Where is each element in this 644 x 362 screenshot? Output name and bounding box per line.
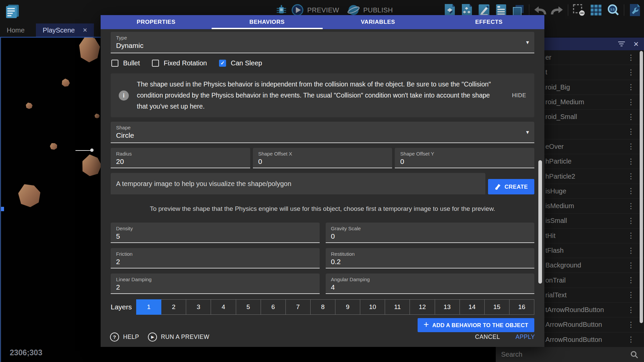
- layer-buttons: 1 2 3 4 5 6 7 8 9 10 11 12 13 14 15 16: [137, 299, 534, 315]
- type-label: Type: [116, 35, 529, 41]
- search-input[interactable]: [501, 351, 630, 358]
- layer-8-button[interactable]: 8: [310, 299, 335, 315]
- shape-params-row: Radius 20 Shape Offset X 0 Shape Offset …: [111, 148, 534, 168]
- gravity-scale-field[interactable]: Gravity Scale 0: [326, 223, 535, 243]
- close-tab-icon[interactable]: ×: [83, 26, 87, 34]
- more-vertical-icon[interactable]: ⋮: [627, 262, 635, 269]
- help-button[interactable]: ? HELP: [110, 333, 139, 342]
- tab-home[interactable]: Home: [0, 23, 31, 37]
- selection-handle[interactable]: [1, 207, 4, 211]
- layer-3-button[interactable]: 3: [186, 299, 211, 315]
- scene-properties-icon[interactable]: [629, 3, 641, 17]
- more-vertical-icon[interactable]: ⋮: [627, 247, 635, 254]
- dialog-scrollbar[interactable]: [538, 160, 542, 284]
- layers-label: Layers: [111, 303, 132, 311]
- more-vertical-icon[interactable]: ⋮: [627, 232, 635, 239]
- layer-2-button[interactable]: 2: [161, 299, 186, 315]
- can-sleep-checkbox[interactable]: ✓: [219, 60, 226, 67]
- more-vertical-icon[interactable]: ⋮: [627, 54, 635, 61]
- shape-label: Shape: [116, 125, 529, 130]
- linear-damping-field[interactable]: Linear Damping 2: [111, 274, 320, 294]
- temp-image-field[interactable]: A temporary image to help you visualize …: [111, 173, 485, 194]
- shape-offset-y-field[interactable]: Shape Offset Y 0: [395, 148, 534, 168]
- layers-row: Layers 1 2 3 4 5 6 7 8 9 10 11 12 13 14 …: [111, 299, 534, 315]
- bullet-checkbox[interactable]: [111, 60, 118, 67]
- dialog-tab-bar: PROPERTIES BEHAVIORS VARIABLES EFFECTS: [101, 15, 544, 29]
- density-row: Density 5 Gravity Scale 0: [111, 223, 534, 243]
- type-select[interactable]: Type Dynamic ▾: [111, 32, 534, 53]
- tab-effects[interactable]: EFFECTS: [433, 15, 544, 29]
- layer-9-button[interactable]: 9: [335, 299, 360, 315]
- more-vertical-icon[interactable]: ⋮: [627, 83, 635, 91]
- grid-icon[interactable]: [590, 3, 602, 17]
- dialog-content: Type Dynamic ▾ Bullet Fixed Rotation ✓ C…: [101, 29, 544, 332]
- more-vertical-icon[interactable]: ⋮: [627, 336, 635, 343]
- info-box: i The shape used in the Physics behavior…: [111, 73, 534, 117]
- friction-field[interactable]: Friction 2: [111, 248, 320, 268]
- layer-5-button[interactable]: 5: [236, 299, 261, 315]
- tab-variables[interactable]: VARIABLES: [323, 15, 434, 29]
- chevron-down-icon: ▾: [526, 129, 529, 136]
- more-vertical-icon[interactable]: ⋮: [627, 306, 635, 314]
- chevron-down-icon: ▾: [526, 39, 529, 46]
- more-vertical-icon[interactable]: ⋮: [627, 187, 635, 195]
- more-vertical-icon[interactable]: ⋮: [627, 277, 635, 284]
- can-sleep-label: Can Sleep: [231, 59, 262, 67]
- radius-field[interactable]: Radius 20: [111, 148, 250, 168]
- more-vertical-icon[interactable]: ⋮: [627, 173, 635, 180]
- layer-15-button[interactable]: 15: [484, 299, 509, 315]
- measure-dot: [90, 148, 94, 152]
- more-vertical-icon[interactable]: ⋮: [627, 143, 635, 150]
- panel-scrollbar[interactable]: [640, 51, 643, 323]
- run-preview-button[interactable]: ▶ RUN A PREVIEW: [148, 333, 210, 342]
- layer-13-button[interactable]: 13: [435, 299, 460, 315]
- more-vertical-icon[interactable]: ⋮: [627, 99, 635, 106]
- layer-4-button[interactable]: 4: [211, 299, 236, 315]
- layer-1-button[interactable]: 1: [136, 299, 161, 315]
- hide-button[interactable]: HIDE: [512, 92, 526, 99]
- shape-select[interactable]: Shape Circle ▾: [111, 122, 534, 143]
- layer-14-button[interactable]: 14: [460, 299, 485, 315]
- apply-button[interactable]: APPLY: [516, 334, 535, 341]
- layer-10-button[interactable]: 10: [360, 299, 385, 315]
- angular-damping-field[interactable]: Angular Damping 4: [326, 274, 535, 294]
- more-vertical-icon[interactable]: ⋮: [627, 128, 635, 135]
- more-vertical-icon[interactable]: ⋮: [627, 202, 635, 210]
- tab-properties[interactable]: PROPERTIES: [101, 15, 212, 29]
- layer-6-button[interactable]: 6: [261, 299, 286, 315]
- more-vertical-icon[interactable]: ⋮: [627, 158, 635, 165]
- tab-playscene[interactable]: PlayScene ×: [36, 23, 94, 37]
- preview-button[interactable]: PREVIEW: [307, 6, 339, 14]
- shape-value: Circle: [116, 131, 529, 139]
- redo-icon[interactable]: [551, 3, 564, 17]
- fixed-rotation-checkbox[interactable]: [152, 60, 159, 67]
- cancel-button[interactable]: CANCEL: [475, 334, 500, 341]
- run-tools: PREVIEW PUBLISH: [275, 3, 393, 17]
- close-panel-icon[interactable]: ×: [634, 40, 639, 48]
- layer-12-button[interactable]: 12: [410, 299, 435, 315]
- asteroid: [95, 114, 100, 118]
- toolbar-separator: [529, 4, 529, 16]
- shape-offset-x-field[interactable]: Shape Offset X 0: [253, 148, 392, 168]
- more-vertical-icon[interactable]: ⋮: [627, 113, 635, 121]
- asteroid: [79, 37, 100, 62]
- more-vertical-icon[interactable]: ⋮: [627, 217, 635, 225]
- info-text: The shape used in the Physics behavior i…: [137, 79, 499, 112]
- deselect-icon[interactable]: [573, 3, 585, 17]
- publish-button[interactable]: PUBLISH: [363, 6, 393, 14]
- tab-behaviors[interactable]: BEHAVIORS: [212, 15, 323, 29]
- project-manager-icon[interactable]: [5, 3, 21, 19]
- more-vertical-icon[interactable]: ⋮: [627, 321, 635, 328]
- zoom-1-1-icon[interactable]: 1:1: [607, 3, 620, 17]
- more-vertical-icon[interactable]: ⋮: [627, 69, 635, 76]
- object-search: [496, 347, 644, 362]
- layer-16-button[interactable]: 16: [509, 299, 534, 315]
- filter-icon[interactable]: [618, 42, 625, 46]
- layer-11-button[interactable]: 11: [385, 299, 410, 315]
- create-button[interactable]: CREATE: [488, 179, 534, 194]
- layer-7-button[interactable]: 7: [285, 299, 311, 315]
- density-field[interactable]: Density 5: [111, 223, 320, 243]
- more-vertical-icon[interactable]: ⋮: [627, 291, 635, 299]
- asteroid: [49, 142, 58, 150]
- restitution-field[interactable]: Restitution 0.2: [326, 248, 535, 268]
